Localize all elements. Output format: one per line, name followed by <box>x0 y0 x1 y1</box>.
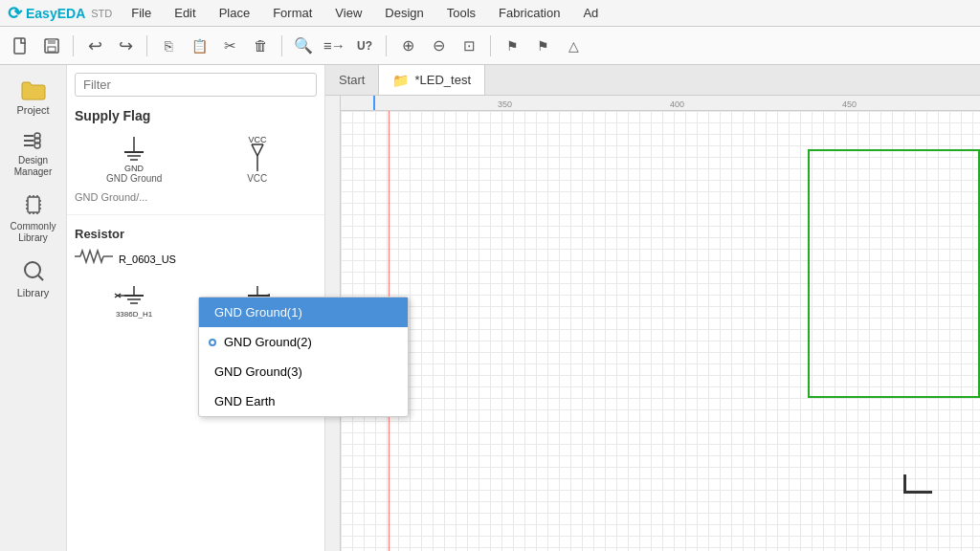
ruler-horizontal: 350 400 450 <box>325 96 980 111</box>
svg-rect-3 <box>48 47 56 52</box>
menu-fabrication[interactable]: Fabrication <box>495 4 564 22</box>
toolbar-sep-2 <box>146 35 147 56</box>
toolbar-undo[interactable]: ↩ <box>81 33 108 59</box>
svg-rect-10 <box>28 197 39 212</box>
save-icon <box>43 37 60 55</box>
toolbar-copy[interactable]: ⎘ <box>155 33 182 59</box>
ruler-blue-mark <box>373 96 375 111</box>
filter-bar <box>67 65 324 104</box>
menu-format[interactable]: Format <box>269 4 316 22</box>
dropdown-gnd2[interactable]: GND Ground(2) <box>199 327 408 357</box>
supply-flag-title: Supply Flag <box>67 104 324 131</box>
gnd-component[interactable]: GND GND Ground <box>75 131 194 187</box>
toolbar-delete[interactable]: 🗑 <box>247 33 274 59</box>
filter-input[interactable] <box>75 73 317 97</box>
sidebar-item-library[interactable]: Library <box>5 252 62 304</box>
menu-place[interactable]: Place <box>215 4 255 22</box>
toolbar-save[interactable] <box>38 33 65 59</box>
menu-view[interactable]: View <box>331 4 366 22</box>
section-divider <box>67 214 324 215</box>
toolbar-new[interactable] <box>8 33 34 59</box>
sidebar-library-label: Library <box>17 287 50 298</box>
svg-text:GND: GND <box>124 164 145 173</box>
dropdown-gnd3-label: GND Ground(3) <box>214 364 302 379</box>
menu-bar: ⟳ EasyEDA STD File Edit Place Format Vie… <box>0 0 980 27</box>
bottom-comp1-svg: 3386D_H1 <box>110 284 158 319</box>
black-connector <box>903 474 932 494</box>
app-name: EasyEDA <box>26 6 85 21</box>
sidebar-project-label: Project <box>16 104 49 116</box>
resistor-item-r0603[interactable]: R_0603_US <box>67 245 324 273</box>
ruler-tick-450: 450 <box>842 99 857 109</box>
vcc-label: VCC <box>247 173 267 184</box>
menu-design[interactable]: Design <box>381 4 427 22</box>
svg-line-31 <box>252 144 257 156</box>
toolbar-custom1[interactable]: ≡→ <box>321 33 347 59</box>
dropdown-gnd1-label: GND Ground(1) <box>214 305 302 320</box>
resistor-title: Resistor <box>67 223 324 245</box>
toolbar-sep-1 <box>73 35 74 56</box>
tab-folder-icon: 📁 <box>392 73 409 88</box>
new-file-icon <box>12 37 30 55</box>
svg-text:VCC: VCC <box>248 135 267 144</box>
tab-start[interactable]: Start <box>325 65 379 95</box>
toolbar-flag3[interactable]: △ <box>560 33 587 59</box>
toolbar-sep-3 <box>281 35 282 56</box>
project-folder-icon <box>20 78 47 101</box>
dropdown-gnd1[interactable]: GND Ground(1) <box>199 298 408 327</box>
main-area: Project Design Manager <box>0 65 980 551</box>
svg-text:3386D_H1: 3386D_H1 <box>116 310 153 319</box>
toolbar-sep-4 <box>386 35 387 56</box>
toolbar-flag1[interactable]: ⚑ <box>499 33 525 59</box>
sidebar-design-label: Design Manager <box>9 155 58 178</box>
dropdown-gnd-earth[interactable]: GND Earth <box>199 386 408 416</box>
svg-line-24 <box>38 276 43 280</box>
gnd-truncated-label: GND Ground/... <box>67 187 324 207</box>
menu-ad[interactable]: Ad <box>579 4 602 22</box>
toolbar-redo[interactable]: ↪ <box>112 33 139 59</box>
svg-rect-2 <box>48 39 56 44</box>
dropdown-gndearth-label: GND Earth <box>214 394 276 408</box>
tab-start-label: Start <box>339 73 365 87</box>
gnd-label: GND Ground <box>106 173 162 184</box>
svg-rect-0 <box>14 38 25 54</box>
menu-file[interactable]: File <box>127 4 155 22</box>
toolbar-net[interactable]: U? <box>351 33 378 59</box>
toolbar-zoom-in[interactable]: ⊕ <box>394 33 421 59</box>
resistor-symbol <box>75 249 113 269</box>
ruler-tick-400: 400 <box>670 99 684 109</box>
app-edition: STD <box>91 8 112 19</box>
vcc-svg: VCC <box>234 135 281 173</box>
resistor-svg <box>75 249 113 264</box>
r0603-label: R_0603_US <box>119 253 176 265</box>
toolbar-flag2[interactable]: ⚑ <box>529 33 556 59</box>
menu-tools[interactable]: Tools <box>443 4 479 22</box>
library-chip-icon <box>20 191 47 218</box>
sidebar-item-commonly-library[interactable]: Commonly Library <box>5 186 62 250</box>
dropdown-menu: GND Ground(1) GND Ground(2) GND Ground(3… <box>198 297 409 417</box>
schematic-canvas[interactable] <box>341 111 980 551</box>
bottom-component-1[interactable]: 3386D_H1 <box>75 280 194 322</box>
toolbar-paste[interactable]: 📋 <box>186 33 212 59</box>
gnd-svg: GND <box>110 135 158 173</box>
dropdown-dot-icon <box>209 339 216 346</box>
canvas-area: Start 📁 *LED_test 350 400 450 <box>325 65 980 551</box>
menu-edit[interactable]: Edit <box>170 4 199 22</box>
library-search-icon <box>20 257 47 284</box>
toolbar-search[interactable]: 🔍 <box>290 33 317 59</box>
sidebar-item-project[interactable]: Project <box>5 73 62 121</box>
toolbar-fit[interactable]: ⊡ <box>456 33 482 59</box>
toolbar-zoom-out[interactable]: ⊖ <box>425 33 452 59</box>
toolbar-cut[interactable]: ✂ <box>216 33 243 59</box>
sidebar-item-design-manager[interactable]: Design Manager <box>5 123 62 184</box>
dropdown-gnd2-label: GND Ground(2) <box>224 335 312 349</box>
gnd-symbol: GND <box>105 135 163 173</box>
dropdown-gnd3[interactable]: GND Ground(3) <box>199 357 408 386</box>
tab-led-test[interactable]: 📁 *LED_test <box>379 65 485 95</box>
schematic-area: 350 400 450 <box>325 96 980 551</box>
vcc-component[interactable]: VCC VCC <box>198 131 318 187</box>
design-manager-icon <box>20 129 47 152</box>
ruler-tick-350: 350 <box>498 99 512 109</box>
svg-point-23 <box>25 262 40 277</box>
sidebar: Project Design Manager <box>0 65 67 551</box>
